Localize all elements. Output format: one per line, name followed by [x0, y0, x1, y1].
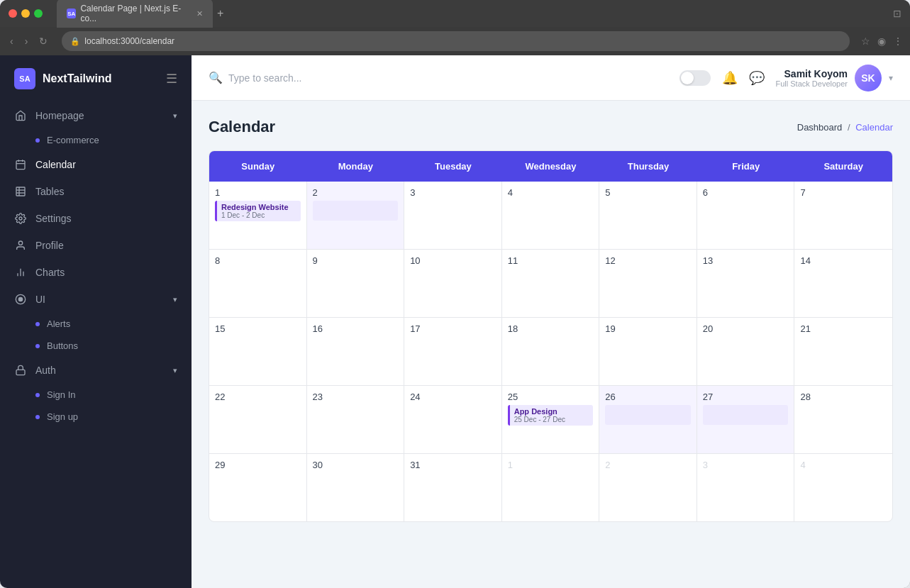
- cell-dec-6[interactable]: 6: [697, 182, 795, 249]
- event-appdesign-span-2: [703, 405, 789, 425]
- sidebar-item-signin[interactable]: Sign In: [0, 384, 192, 406]
- cell-dec-27[interactable]: 27: [697, 386, 795, 453]
- cell-dec-2[interactable]: 2: [307, 182, 405, 249]
- user-section[interactable]: Samit Koyom Full Stack Developer SK ▾: [776, 65, 894, 91]
- search-placeholder[interactable]: Type to search...: [228, 72, 302, 84]
- event-app-design[interactable]: App Design 25 Dec - 27 Dec: [508, 405, 594, 426]
- cell-dec-12[interactable]: 12: [599, 250, 697, 317]
- sidebar-item-auth[interactable]: Auth ▾: [0, 357, 192, 384]
- theme-toggle[interactable]: [679, 70, 711, 86]
- sidebar-item-alerts[interactable]: Alerts: [0, 313, 192, 335]
- cell-dec-24[interactable]: 24: [404, 386, 502, 453]
- cell-dec-28[interactable]: 28: [794, 386, 892, 453]
- date-28: 28: [800, 392, 887, 402]
- cell-dec-17[interactable]: 17: [404, 318, 502, 385]
- sidebar-item-ui[interactable]: UI ▾: [0, 286, 192, 313]
- cell-dec-20[interactable]: 20: [697, 318, 795, 385]
- sidebar-item-settings[interactable]: Settings: [0, 205, 192, 232]
- bookmark-icon[interactable]: ☆: [861, 35, 870, 47]
- close-button[interactable]: [9, 9, 17, 18]
- chat-icon[interactable]: 💬: [749, 70, 765, 86]
- cell-jan-2[interactable]: 2: [599, 454, 697, 521]
- cell-dec-25[interactable]: 25 App Design 25 Dec - 27 Dec: [502, 386, 600, 453]
- cell-dec-23[interactable]: 23: [307, 386, 405, 453]
- new-tab-button[interactable]: +: [217, 7, 223, 20]
- sidebar-item-charts[interactable]: Charts: [0, 259, 192, 286]
- cell-dec-14[interactable]: 14: [794, 250, 892, 317]
- date-13: 13: [703, 255, 789, 266]
- cell-dec-31[interactable]: 31: [404, 454, 502, 521]
- cell-dec-30[interactable]: 30: [307, 454, 405, 521]
- minimize-button[interactable]: [21, 9, 30, 18]
- sidebar-item-homepage[interactable]: Homepage ▾: [0, 102, 192, 129]
- settings-label: Settings: [35, 213, 72, 224]
- more-icon[interactable]: ⋮: [893, 35, 903, 47]
- cell-jan-4[interactable]: 4: [794, 454, 892, 521]
- extension-icon[interactable]: ◉: [877, 35, 886, 47]
- cell-dec-5[interactable]: 5: [599, 182, 697, 249]
- date-1: 1: [215, 187, 301, 198]
- user-role: Full Stack Developer: [776, 79, 848, 88]
- calendar-icon: [14, 158, 27, 171]
- notification-icon[interactable]: 🔔: [722, 70, 738, 86]
- chevron-down-icon: ▾: [173, 111, 177, 121]
- user-chevron-icon[interactable]: ▾: [889, 73, 893, 83]
- sidebar-item-buttons[interactable]: Buttons: [0, 335, 192, 357]
- buttons-label: Buttons: [47, 340, 78, 351]
- sidebar-item-ecommerce[interactable]: E-commerce: [0, 129, 192, 151]
- cell-dec-9[interactable]: 9: [307, 250, 405, 317]
- cell-dec-13[interactable]: 13: [697, 250, 795, 317]
- date-24: 24: [410, 392, 496, 402]
- date-16: 16: [313, 323, 399, 334]
- day-saturday: Saturday: [794, 151, 892, 182]
- event-appdesign-span-1: [605, 405, 691, 425]
- auth-icon: [14, 364, 27, 377]
- signup-label: Sign up: [47, 411, 78, 422]
- cell-dec-16[interactable]: 16: [307, 318, 405, 385]
- ui-chevron-icon: ▾: [173, 295, 177, 304]
- cell-dec-8[interactable]: 8: [209, 250, 307, 317]
- cell-jan-3[interactable]: 3: [697, 454, 795, 521]
- date-21: 21: [800, 323, 887, 334]
- maximize-button[interactable]: [34, 9, 43, 18]
- cell-dec-11[interactable]: 11: [502, 250, 600, 317]
- cell-dec-10[interactable]: 10: [404, 250, 502, 317]
- cell-dec-29[interactable]: 29: [209, 454, 307, 521]
- svg-rect-4: [16, 187, 25, 196]
- cell-dec-1[interactable]: 1 Redesign Website 1 Dec - 2 Dec: [209, 182, 307, 249]
- cell-dec-18[interactable]: 18: [502, 318, 600, 385]
- cell-dec-4[interactable]: 4: [502, 182, 600, 249]
- tab-close-icon[interactable]: ✕: [196, 9, 203, 18]
- address-bar[interactable]: 🔒 localhost:3000/calendar: [62, 31, 850, 51]
- cell-dec-15[interactable]: 15: [209, 318, 307, 385]
- tables-label: Tables: [35, 186, 64, 197]
- sidebar-item-profile[interactable]: Profile: [0, 232, 192, 259]
- back-button[interactable]: ‹: [7, 33, 16, 50]
- date-30: 30: [313, 460, 399, 470]
- tab-title: Calendar Page | Next.js E-co...: [80, 4, 192, 23]
- cell-dec-7[interactable]: 7: [794, 182, 892, 249]
- sidebar-item-tables[interactable]: Tables: [0, 178, 192, 205]
- hamburger-icon[interactable]: ☰: [166, 71, 177, 87]
- refresh-button[interactable]: ↻: [36, 33, 50, 50]
- auth-chevron-icon: ▾: [173, 366, 177, 375]
- svg-point-8: [19, 217, 22, 220]
- cell-jan-1[interactable]: 1: [502, 454, 600, 521]
- forward-button[interactable]: ›: [22, 33, 31, 50]
- date-15: 15: [215, 323, 301, 334]
- traffic-lights: [9, 9, 43, 18]
- cell-dec-3[interactable]: 3: [404, 182, 502, 249]
- homepage-label: Homepage: [35, 110, 84, 121]
- date-23: 23: [313, 392, 399, 402]
- sidebar-item-calendar[interactable]: Calendar: [0, 151, 192, 178]
- charts-icon: [14, 266, 27, 279]
- cell-dec-21[interactable]: 21: [794, 318, 892, 385]
- cell-dec-19[interactable]: 19: [599, 318, 697, 385]
- cell-dec-22[interactable]: 22: [209, 386, 307, 453]
- active-tab[interactable]: SA Calendar Page | Next.js E-co... ✕: [57, 0, 213, 28]
- cell-dec-26[interactable]: 26: [599, 386, 697, 453]
- day-tuesday: Tuesday: [404, 151, 502, 182]
- event-redesign-website[interactable]: Redesign Website 1 Dec - 2 Dec: [215, 201, 301, 221]
- sidebar-item-signup[interactable]: Sign up: [0, 406, 192, 428]
- breadcrumb-home[interactable]: Dashboard: [797, 122, 843, 133]
